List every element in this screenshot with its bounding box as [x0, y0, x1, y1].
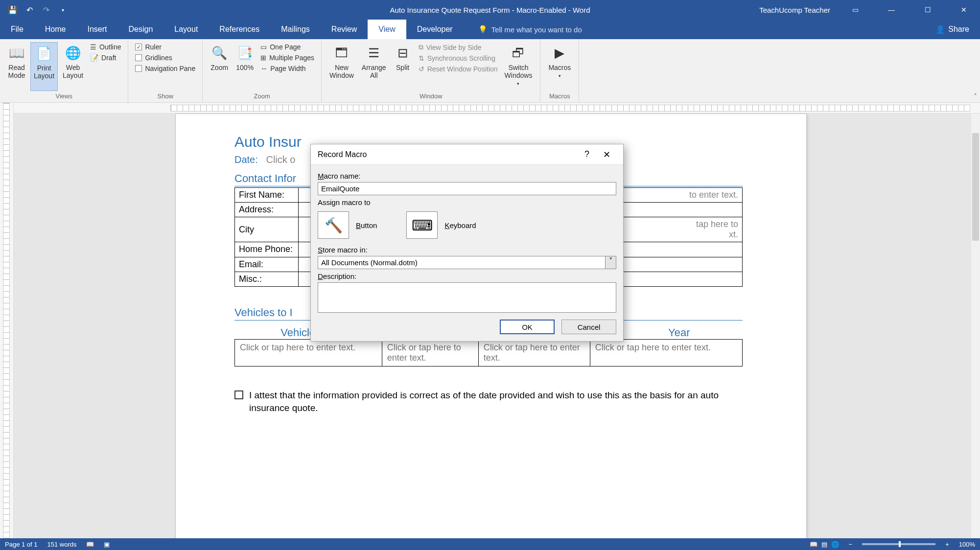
store-macro-select[interactable]	[318, 256, 606, 269]
description-label: Description:	[318, 272, 616, 280]
assign-button-option[interactable]: 🔨 Button	[318, 211, 377, 239]
cell-placeholder[interactable]: Click or tap here to enter text.	[478, 339, 590, 366]
arrange-all-button[interactable]: ☰Arrange All	[359, 42, 389, 91]
assign-keyboard-option[interactable]: ⌨ Keyboard	[406, 211, 476, 239]
collapse-ribbon-icon[interactable]: ˄	[974, 92, 977, 100]
one-page-button[interactable]: ▭One Page	[258, 42, 316, 52]
zoom-100-button[interactable]: 📑100%	[233, 42, 257, 91]
web-layout-view-icon[interactable]: 🌐	[831, 541, 839, 548]
sync-scroll-button[interactable]: ⇅Synchronous Scrolling	[417, 53, 500, 63]
attest-checkbox[interactable]	[234, 390, 243, 399]
dialog-help-icon[interactable]: ?	[577, 149, 597, 160]
switch-windows-button[interactable]: 🗗Switch Windows▾	[502, 42, 536, 91]
tab-view[interactable]: View	[368, 20, 406, 39]
dialog-titlebar: Record Macro ? ✕	[311, 144, 623, 165]
undo-icon[interactable]: ↶	[24, 5, 34, 15]
arrange-icon: ☰	[365, 44, 383, 62]
print-layout-button[interactable]: 📄Print Layout	[30, 42, 58, 91]
one-page-label: One Page	[270, 43, 301, 51]
cancel-button[interactable]: Cancel	[561, 320, 616, 334]
chevron-down-icon[interactable]: ˅	[606, 256, 616, 269]
word-count[interactable]: 151 words	[47, 541, 77, 548]
read-mode-icon: 📖	[8, 44, 25, 62]
print-layout-view-icon[interactable]: ▤	[821, 541, 827, 548]
web-layout-button[interactable]: 🌐Web Layout	[60, 42, 86, 91]
print-layout-label: Print Layout	[34, 64, 54, 80]
minimize-icon[interactable]: —	[880, 0, 903, 20]
new-window-label: New Window	[329, 64, 354, 79]
page-width-label: Page Width	[270, 65, 305, 72]
gridlines-checkbox[interactable]: Gridlines	[133, 53, 197, 63]
ruler-checkbox[interactable]: ✓Ruler	[133, 42, 197, 52]
tab-mailings[interactable]: Mailings	[270, 20, 321, 39]
group-show-label: Show	[133, 91, 197, 101]
scroll-thumb[interactable]	[972, 133, 979, 241]
nav-pane-checkbox[interactable]: Navigation Pane	[133, 64, 197, 73]
ruler-vertical[interactable]	[0, 103, 14, 538]
zoom-in-icon[interactable]: +	[945, 541, 949, 548]
page-width-button[interactable]: ↔Page Width	[258, 64, 316, 73]
close-icon[interactable]: ✕	[953, 0, 975, 20]
new-window-button[interactable]: 🗔New Window	[327, 42, 357, 91]
description-textarea[interactable]	[318, 282, 616, 313]
zoom-button[interactable]: 🔍Zoom	[208, 42, 231, 91]
hundred-icon: 📑	[236, 44, 254, 62]
macro-record-icon[interactable]: ▣	[104, 541, 110, 548]
tab-file[interactable]: File	[0, 20, 34, 39]
share-button[interactable]: 👤 Share	[925, 20, 980, 39]
ruler-horizontal[interactable]	[14, 103, 980, 114]
multi-page-icon: ⊞	[260, 54, 266, 62]
share-label: Share	[948, 25, 969, 34]
draft-button[interactable]: 📝Draft	[88, 53, 123, 63]
zoom-out-icon[interactable]: −	[849, 541, 853, 548]
ok-button[interactable]: OK	[500, 320, 555, 334]
multi-page-label: Multiple Pages	[269, 54, 314, 62]
one-page-icon: ▭	[260, 43, 267, 51]
cell-placeholder[interactable]: Click or tap here to enter text.	[382, 339, 478, 366]
zoom-level[interactable]: 100%	[959, 541, 975, 548]
macros-button[interactable]: ▶Macros▾	[545, 42, 574, 91]
maximize-icon[interactable]: ☐	[916, 0, 939, 20]
tell-me-search[interactable]: 💡 Tell me what you want to do	[464, 20, 582, 39]
tab-review[interactable]: Review	[321, 20, 368, 39]
tab-home[interactable]: Home	[34, 20, 77, 39]
split-button[interactable]: ⊟Split	[391, 42, 415, 91]
col-year: Year	[616, 326, 743, 339]
switch-label: Switch Windows	[505, 64, 533, 79]
redo-icon[interactable]: ↷	[41, 5, 51, 15]
tab-layout[interactable]: Layout	[163, 20, 209, 39]
tab-developer[interactable]: Developer	[406, 20, 464, 39]
tab-insert[interactable]: Insert	[76, 20, 117, 39]
multi-page-button[interactable]: ⊞Multiple Pages	[258, 53, 316, 63]
cell-city: City	[235, 217, 299, 242]
scrollbar-vertical[interactable]	[971, 114, 980, 538]
qat-customize-icon[interactable]: ▾	[58, 5, 68, 15]
reset-window-button[interactable]: ↺Reset Window Position	[417, 64, 500, 74]
zoom-label: Zoom	[210, 64, 228, 71]
side-by-side-button[interactable]: ⧉View Side by Side	[417, 42, 500, 52]
read-mode-view-icon[interactable]: 📖	[810, 541, 817, 548]
cell-placeholder[interactable]: Click or tap here to enter text.	[590, 339, 742, 366]
titlebar: 💾 ↶ ↷ ▾ Auto Insurance Quote Request For…	[0, 0, 980, 20]
tab-design[interactable]: Design	[117, 20, 163, 39]
dialog-title: Record Macro	[318, 150, 367, 159]
zoom-slider[interactable]	[862, 543, 935, 545]
sync-icon: ⇅	[419, 54, 424, 62]
read-mode-button[interactable]: 📖Read Mode	[5, 42, 28, 91]
date-placeholder[interactable]: Click o	[266, 154, 295, 165]
cell-placeholder[interactable]: Click or tap here to enter text.	[235, 339, 382, 366]
dialog-close-icon[interactable]: ✕	[597, 149, 616, 160]
tab-references[interactable]: References	[209, 20, 270, 39]
spellcheck-icon[interactable]: 📖	[86, 541, 94, 548]
web-layout-label: Web Layout	[63, 64, 83, 79]
print-layout-icon: 📄	[35, 45, 53, 62]
outline-button[interactable]: ☰Outline	[88, 42, 123, 52]
cell-email: Email:	[235, 257, 299, 272]
cell-misc: Misc.:	[235, 272, 299, 286]
ribbon-tabs: File Home Insert Design Layout Reference…	[0, 20, 980, 39]
page-count[interactable]: Page 1 of 1	[5, 541, 38, 548]
save-icon[interactable]: 💾	[8, 5, 18, 15]
ribbon-options-icon[interactable]: ▭	[844, 0, 866, 20]
keyboard-icon: ⌨	[406, 211, 438, 239]
macro-name-input[interactable]	[318, 182, 616, 195]
